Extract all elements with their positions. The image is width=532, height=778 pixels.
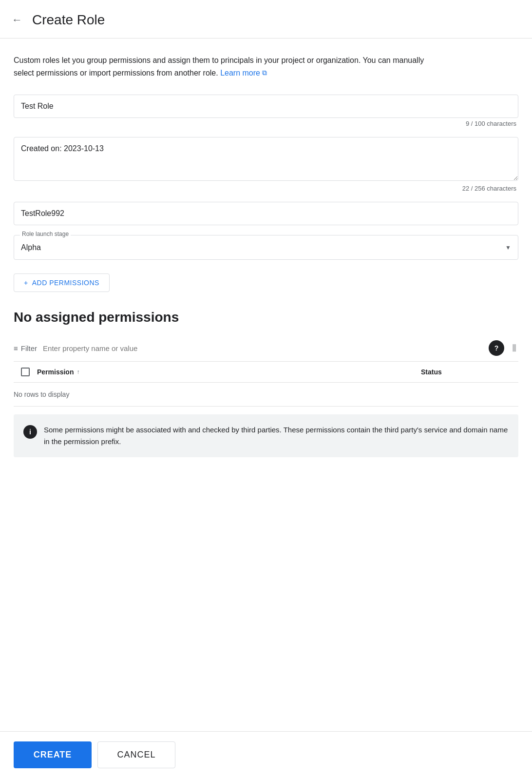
cancel-button[interactable]: CANCEL bbox=[97, 741, 175, 768]
permissions-section-title: No assigned permissions bbox=[14, 310, 518, 325]
sort-icon: ↑ bbox=[76, 369, 79, 375]
role-title-field-wrapper bbox=[14, 95, 518, 118]
add-icon: + bbox=[24, 279, 28, 287]
status-column-header: Status bbox=[421, 368, 518, 376]
role-title-char-count: 9 / 100 characters bbox=[14, 120, 518, 127]
launch-stage-select-group: Role launch stage Alpha Beta General Ava… bbox=[14, 235, 518, 260]
page-header: ← Create Role bbox=[0, 0, 532, 39]
launch-stage-label: Role launch stage bbox=[20, 231, 71, 237]
description-field-group: Created on: 2023-10-13 22 / 256 characte… bbox=[14, 137, 518, 192]
filter-input[interactable] bbox=[43, 344, 483, 352]
filter-bar: ≡ Filter ? ⦀ bbox=[14, 335, 518, 362]
main-content: Custom roles let you group permissions a… bbox=[0, 39, 532, 516]
back-button[interactable]: ← bbox=[8, 10, 26, 30]
learn-more-link[interactable]: Learn more ⧉ bbox=[220, 67, 267, 79]
info-icon: i bbox=[23, 425, 37, 439]
help-icon[interactable]: ? bbox=[489, 340, 504, 356]
header-checkbox-col bbox=[14, 368, 37, 376]
select-all-checkbox[interactable] bbox=[21, 368, 30, 376]
back-icon: ← bbox=[12, 14, 22, 26]
footer: CREATE CANCEL bbox=[0, 731, 532, 778]
info-box: i Some permissions might be associated w… bbox=[14, 414, 518, 457]
page-title: Create Role bbox=[32, 12, 105, 28]
role-title-field-group: 9 / 100 characters bbox=[14, 95, 518, 127]
description-field-wrapper: Created on: 2023-10-13 bbox=[14, 137, 518, 183]
add-permissions-label: ADD PERMISSIONS bbox=[32, 279, 99, 287]
filter-label: Filter bbox=[21, 344, 37, 352]
role-id-field-wrapper bbox=[14, 202, 518, 225]
external-link-icon: ⧉ bbox=[262, 67, 267, 78]
no-rows-message: No rows to display bbox=[14, 383, 518, 407]
add-permissions-button[interactable]: + ADD PERMISSIONS bbox=[14, 273, 110, 292]
description-input[interactable]: Created on: 2023-10-13 bbox=[14, 137, 518, 181]
permission-column-header[interactable]: Permission ↑ bbox=[37, 368, 421, 376]
launch-stage-select[interactable]: Alpha Beta General Availability Disabled bbox=[14, 235, 518, 259]
role-title-input[interactable] bbox=[14, 95, 518, 118]
description-text: Custom roles let you group permissions a… bbox=[14, 54, 433, 79]
description-char-count: 22 / 256 characters bbox=[14, 185, 518, 192]
info-box-text: Some permissions might be associated wit… bbox=[44, 424, 509, 447]
role-id-field-group bbox=[14, 202, 518, 225]
filter-lines-icon: ≡ bbox=[14, 344, 18, 352]
filter-icon-area: ≡ Filter bbox=[14, 344, 37, 352]
columns-icon[interactable]: ⦀ bbox=[510, 340, 518, 356]
table-header: Permission ↑ Status bbox=[14, 362, 518, 383]
role-id-input[interactable] bbox=[14, 202, 518, 225]
learn-more-label: Learn more bbox=[220, 67, 260, 79]
permission-col-label: Permission bbox=[37, 368, 74, 376]
create-button[interactable]: CREATE bbox=[14, 741, 92, 768]
